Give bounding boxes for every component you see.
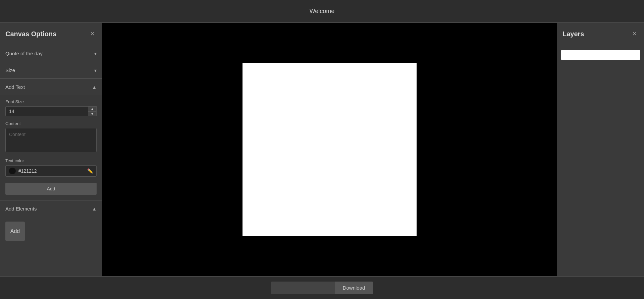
right-sidebar-title: Layers bbox=[562, 30, 584, 38]
add-text-content: Font Size ▲ ▼ Content Te bbox=[0, 95, 102, 200]
content-textarea[interactable] bbox=[5, 128, 97, 152]
quote-of-day-header[interactable]: Quote of the day ▾ bbox=[0, 45, 102, 62]
text-color-group: Text color #121212 ✏️ bbox=[5, 158, 97, 177]
size-section: Size ▾ bbox=[0, 62, 102, 79]
right-sidebar-close-button[interactable]: × bbox=[630, 29, 639, 39]
text-color-label: Text color bbox=[5, 158, 97, 163]
add-text-label: Add Text bbox=[5, 84, 25, 90]
color-edit-icon[interactable]: ✏️ bbox=[87, 168, 93, 174]
content-group: Content bbox=[5, 121, 97, 154]
font-size-group: Font Size ▲ ▼ bbox=[5, 99, 97, 116]
quote-of-day-chevron: ▾ bbox=[94, 51, 97, 56]
footer-left-area bbox=[271, 282, 335, 294]
canvas-area bbox=[102, 23, 557, 276]
font-size-wrapper: ▲ ▼ bbox=[5, 106, 97, 116]
size-label: Size bbox=[5, 67, 15, 73]
size-chevron: ▾ bbox=[94, 68, 97, 73]
left-sidebar-close-button[interactable]: × bbox=[88, 29, 97, 39]
add-text-button[interactable]: Add bbox=[5, 183, 97, 195]
quote-of-day-label: Quote of the day bbox=[5, 51, 43, 56]
header-bar: Welcome bbox=[0, 0, 644, 23]
download-button[interactable]: Download bbox=[335, 282, 373, 294]
size-header[interactable]: Size ▾ bbox=[0, 62, 102, 78]
content-label: Content bbox=[5, 121, 97, 126]
add-text-chevron: ▲ bbox=[92, 84, 97, 90]
color-row: #121212 ✏️ bbox=[5, 165, 97, 177]
canvas[interactable] bbox=[243, 63, 417, 236]
color-swatch bbox=[9, 168, 16, 174]
font-size-spinners: ▲ ▼ bbox=[88, 106, 97, 116]
font-size-down-button[interactable]: ▼ bbox=[88, 111, 97, 116]
add-text-section: Add Text ▲ Font Size ▲ ▼ bbox=[0, 79, 102, 200]
add-elements-label: Add Elements bbox=[5, 206, 37, 212]
add-elements-content: Add bbox=[0, 217, 102, 246]
layers-search-input[interactable] bbox=[561, 50, 640, 60]
add-elements-section: Add Elements ▲ Add bbox=[0, 200, 102, 276]
right-sidebar: Layers × bbox=[557, 23, 644, 276]
page-title: Welcome bbox=[310, 8, 335, 15]
left-sidebar: Canvas Options × Quote of the day ▾ Size… bbox=[0, 23, 102, 276]
add-elements-header[interactable]: Add Elements ▲ bbox=[0, 200, 102, 217]
add-elements-button[interactable]: Add bbox=[5, 222, 25, 241]
left-sidebar-title: Canvas Options bbox=[5, 30, 56, 38]
color-value: #121212 bbox=[18, 168, 85, 174]
quote-of-day-section: Quote of the day ▾ bbox=[0, 45, 102, 62]
font-size-label: Font Size bbox=[5, 99, 97, 104]
add-elements-chevron: ▲ bbox=[92, 206, 97, 212]
add-text-header[interactable]: Add Text ▲ bbox=[0, 79, 102, 95]
footer-bar: Download bbox=[0, 276, 644, 299]
font-size-up-button[interactable]: ▲ bbox=[88, 106, 97, 111]
font-size-input[interactable] bbox=[5, 106, 97, 116]
